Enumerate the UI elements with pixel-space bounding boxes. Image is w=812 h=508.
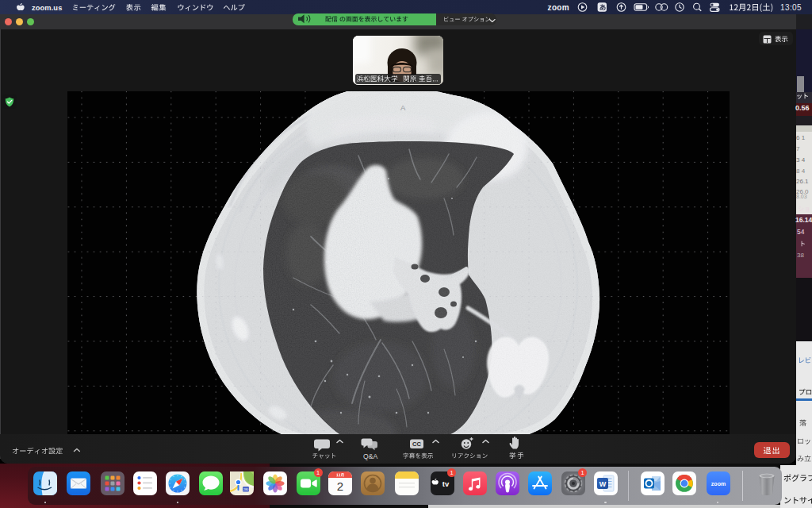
svg-text:8.03: 8.03 [796,194,807,199]
svg-text:6 1: 6 1 [796,134,806,141]
svg-text:54: 54 [797,228,805,236]
svg-text:0.56: 0.56 [795,104,810,112]
svg-text:zoom.us: zoom.us [32,4,62,12]
svg-text:26.1: 26.1 [796,178,809,185]
svg-text:16.14: 16.14 [795,216,812,224]
svg-text:7: 7 [796,145,800,152]
svg-text:3 4: 3 4 [796,156,806,164]
svg-text:13:05: 13:05 [780,3,802,12]
svg-text:38: 38 [797,252,804,259]
svg-text:8 4: 8 4 [796,167,806,175]
svg-text:Q&A: Q&A [363,452,377,460]
svg-text:zoom: zoom [548,3,569,12]
